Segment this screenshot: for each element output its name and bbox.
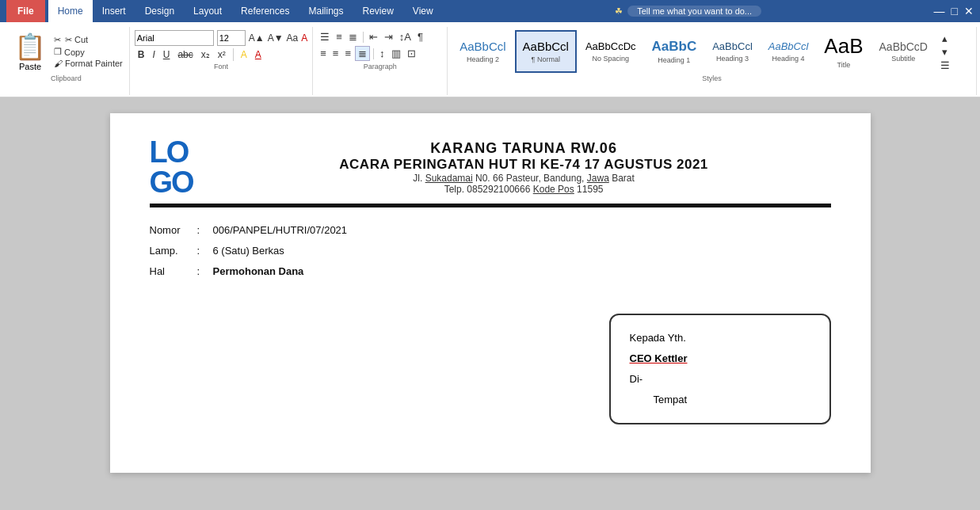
multilevel-button[interactable]: ≣ [346,30,360,44]
align-left-button[interactable]: ≡ [318,47,329,60]
lamp-row: Lamp. : 6 (Satu) Berkas [150,241,831,261]
maximize-icon[interactable]: □ [951,5,958,17]
style-heading2[interactable]: AaBbCcl Heading 2 [452,30,513,73]
style-nospacing[interactable]: AaBbCcDc No Spacing [578,30,643,73]
copy-icon: ❐ [54,47,62,57]
style-heading3[interactable]: AaBbCcl Heading 3 [705,30,760,73]
lamp-colon: : [197,241,213,261]
tab-insert[interactable]: Insert [93,0,135,22]
cut-button[interactable]: ✂ ✂ Cut [54,35,123,45]
sort-button[interactable]: ↕A [397,30,414,44]
copy-button[interactable]: ❐ Copy [54,47,123,57]
italic-button[interactable]: I [149,48,158,61]
format-painter-icon: 🖌 [54,59,63,68]
tab-mailings[interactable]: Mailings [299,0,353,22]
search-bar-title[interactable]: Tell me what you want to do... [627,6,761,17]
style-heading1-label: Heading 1 [658,56,690,64]
tempat-text: Tempat [630,390,810,410]
org-event: ACARA PERINGATAN HUT RI KE-74 17 AGUSTUS… [217,157,831,173]
clipboard-group-label: Clipboard [10,74,123,82]
kodepos-text: Kode Pos [533,184,574,195]
sukadamai-text: Sukadamai [425,173,473,184]
tab-references[interactable]: References [231,0,299,22]
tab-layout[interactable]: Layout [184,0,231,22]
font-size-input[interactable] [217,30,246,46]
font-shrink-button[interactable]: A▼ [268,32,284,44]
hal-key: Hal [150,261,197,282]
style-normal[interactable]: AaBbCcl ¶ Normal [515,30,577,73]
style-subtitle[interactable]: AaBbCcD Subtitle [872,30,935,73]
font-grow-button[interactable]: A▲ [249,32,265,44]
tab-home[interactable]: Home [48,0,93,22]
document-page[interactable]: LO GO KARANG TARUNA RW.06 ACARA PERINGAT… [110,113,871,473]
border-button[interactable]: ⊡ [405,47,418,60]
tab-design[interactable]: Design [135,0,184,22]
nomor-key: Nomor [150,220,197,241]
hal-val: Permohonan Dana [213,261,831,282]
align-right-button[interactable]: ≡ [342,47,353,60]
strikethrough-button[interactable]: abc [174,48,196,61]
minimize-icon[interactable]: — [934,5,945,17]
style-heading1[interactable]: AaBbC Heading 1 [645,30,704,73]
style-normal-label: ¶ Normal [532,55,560,63]
shading-button[interactable]: ▥ [389,47,403,60]
underline-button[interactable]: U [160,48,174,61]
styles-scroll-down[interactable]: ▾ [938,45,952,59]
show-marks-button[interactable]: ¶ [415,30,425,44]
letter-details: Nomor : 006/PANPEL/HUTRI/07/2021 Lamp. :… [150,220,831,282]
numbering-button[interactable]: ≡ [334,30,345,44]
tab-review[interactable]: Review [353,0,402,22]
clear-format-button[interactable]: A [301,32,307,44]
title-bar: File Home Insert Design Layout Reference… [0,0,980,22]
nomor-val: 006/PANPEL/HUTRI/07/2021 [213,220,831,241]
bold-button[interactable]: B [135,48,148,61]
file-tab-btn[interactable]: File [6,0,45,22]
format-painter-button[interactable]: 🖌 Format Painter [54,59,123,68]
paragraph-group-label: Paragraph [318,63,442,70]
style-heading4[interactable]: AaBbCcl Heading 4 [761,30,816,73]
decrease-indent-button[interactable]: ⇤ [367,30,380,44]
logo: LO GO [150,137,193,197]
paragraph-group: ☰ ≡ ≣ ⇤ ⇥ ↕A ¶ ≡ ≡ ≡ ≣ ↕ ▥ ⊡ Paragraph [313,27,448,95]
change-case-button[interactable]: Aa [287,32,299,44]
highlight-button[interactable]: A [238,48,250,61]
style-title-preview: AaB [824,34,863,59]
styles-more[interactable]: ☰ [938,59,952,72]
recipient-box: Kepada Yth. CEO Kettler Di- Tempat [609,314,831,424]
hal-colon: : [197,261,213,282]
line-spacing-button[interactable]: ↕ [377,47,387,60]
bullets-button[interactable]: ☰ [318,30,332,44]
style-subtitle-label: Subtitle [891,55,915,63]
font-group: A▲ A▼ Aa A B I U abc x₂ x² A A Font [130,27,313,95]
font-color-button[interactable]: A [252,48,265,61]
style-title[interactable]: AaB Title [817,30,870,73]
style-subtitle-preview: AaBbCcD [879,40,928,54]
document-area: LO GO KARANG TARUNA RW.06 ACARA PERINGAT… [0,97,980,489]
lamp-key: Lamp. [150,241,197,261]
cut-icon: ✂ [54,35,61,45]
superscript-button[interactable]: x² [215,48,229,61]
style-heading3-preview: AaBbCcl [712,40,753,53]
font-family-input[interactable] [135,30,214,46]
org-info: KARANG TARUNA RW.06 ACARA PERINGATAN HUT… [217,140,831,195]
font-group-label: Font [135,63,307,70]
align-center-button[interactable]: ≡ [330,47,341,60]
hal-row: Hal : Permohonan Dana [150,261,831,282]
ribbon: 📋 Paste ✂ ✂ Cut ❐ Copy 🖌 Format Painter [0,22,980,97]
close-icon[interactable]: ✕ [964,5,974,17]
di-text: Di- [630,369,810,390]
toolbar: 📋 Paste ✂ ✂ Cut ❐ Copy 🖌 Format Painter [0,25,980,97]
paste-button[interactable]: 📋 Paste [10,30,51,73]
clipboard-group: 📋 Paste ✂ ✂ Cut ❐ Copy 🖌 Format Painter [3,27,130,95]
align-justify-button[interactable]: ≣ [355,46,370,61]
subscript-button[interactable]: x₂ [198,48,213,61]
logo-line1: LO [150,137,193,167]
increase-indent-button[interactable]: ⇥ [382,30,395,44]
styles-group: AaBbCcl Heading 2 AaBbCcl ¶ Normal AaBbC… [448,27,977,95]
style-heading1-preview: AaBbC [652,39,697,55]
logo-line2: GO [150,167,193,197]
style-heading4-preview: AaBbCcl [768,40,809,53]
clipboard-small-buttons: ✂ ✂ Cut ❐ Copy 🖌 Format Painter [54,35,123,68]
styles-scroll-up[interactable]: ▴ [938,32,952,45]
tab-view[interactable]: View [403,0,443,22]
